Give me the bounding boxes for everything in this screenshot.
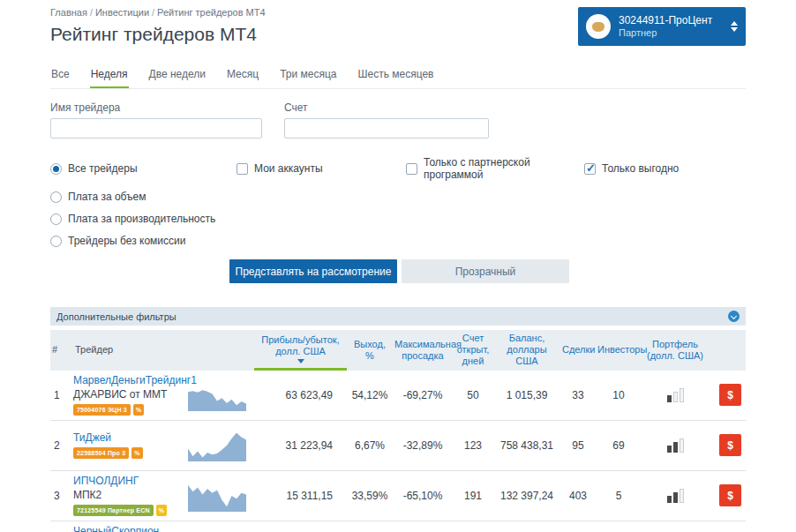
balance-value: 758 438,31 — [493, 439, 560, 452]
profit-sparkline-chart — [188, 478, 254, 513]
days-open-value: 123 — [453, 439, 493, 452]
trader-name-link[interactable]: ТиДжей — [73, 431, 188, 446]
drawdown-value: -32,89% — [393, 439, 453, 452]
checkbox-my-accounts[interactable]: Мои аккаунты — [237, 162, 406, 175]
row-rank: 3 — [50, 490, 73, 502]
account-number-label: Счет — [284, 101, 518, 114]
search-fields: Имя трейдера Счет — [50, 101, 746, 139]
investors-value: 10 — [596, 389, 642, 401]
investors-value: 69 — [596, 439, 642, 452]
radio-icon — [50, 214, 62, 225]
additional-filters-label: Дополнительные фильтры — [56, 311, 176, 322]
col-portfolio[interactable]: Портфель (долл. США) — [642, 336, 709, 364]
breadcrumb-investments[interactable]: Инвестиции — [95, 7, 149, 18]
portfolio-bars-icon — [642, 489, 709, 503]
radio-icon — [50, 163, 62, 175]
account-number-input[interactable] — [284, 118, 489, 139]
balance-value: 1 015,39 — [493, 389, 560, 401]
account-role: Партнер — [619, 27, 731, 40]
trader-subtitle: МПК2 — [73, 489, 188, 503]
row-rank: 2 — [50, 439, 73, 452]
chevron-down-icon[interactable] — [728, 311, 740, 322]
checkbox-partner-program[interactable]: Только с партнерской программой — [406, 156, 584, 181]
trader-name-link[interactable]: ИПЧОЛДИНГ — [73, 475, 188, 489]
account-selector[interactable]: 30244911-ПроЦент Партнер — [578, 7, 746, 46]
col-rank: # — [50, 341, 73, 358]
col-deals[interactable]: Сделки — [560, 341, 596, 358]
tab-all[interactable]: Все — [50, 64, 71, 88]
profit-sparkline-chart — [188, 428, 254, 463]
profit-value: 15 311,15 — [254, 490, 347, 502]
profit-value: 63 623,49 — [254, 389, 347, 401]
col-drawdown[interactable]: Максимальная просадка — [393, 336, 453, 364]
tab-three-months[interactable]: Три месяца — [279, 64, 337, 88]
profit-sparkline-chart — [188, 528, 254, 532]
table-row: 2 ТиДжей 22588504 Про 3 % 31 223,94 6,67… — [50, 421, 746, 471]
table-row: 4 ЧерныйСкорпион Импульсная мощность 721… — [50, 521, 746, 532]
drawdown-value: -69,27% — [393, 389, 453, 401]
col-profit-sorted[interactable]: Прибыль/убыток, долл. США — [254, 330, 347, 371]
col-investors[interactable]: Инвесторы — [596, 341, 642, 358]
col-exit[interactable]: Выход, % — [347, 336, 393, 364]
days-open-value: 50 — [453, 389, 493, 401]
radio-no-commission[interactable]: Трейдеры без комиссии — [50, 235, 746, 247]
radio-icon — [50, 236, 62, 247]
percent-badge: % — [133, 404, 144, 416]
submit-for-review-button[interactable]: Представлять на рассмотрение — [229, 259, 397, 283]
account-badge: 22588504 Про 3 — [73, 447, 129, 459]
account-name: 30244911-ПроЦент — [619, 14, 731, 27]
exit-value: 54,12% — [347, 389, 393, 401]
checkbox-checked-icon — [584, 163, 596, 175]
profit-value: 31 223,94 — [254, 439, 347, 452]
percent-badge: % — [131, 447, 142, 459]
table-body: 1 МарвелДеньгиТрейдинг1 ДЖАРВИС от ММТ 7… — [50, 371, 746, 532]
drawdown-value: -65,10% — [393, 490, 453, 502]
exit-value: 33,59% — [347, 490, 393, 502]
trader-name-link[interactable]: МарвелДеньгиТрейдинг1 — [73, 374, 188, 388]
days-open-value: 191 — [453, 490, 493, 502]
transparent-button[interactable]: Прозрачный — [402, 259, 569, 283]
col-trader: Трейдер — [73, 341, 254, 358]
sort-desc-icon — [297, 359, 304, 363]
col-days-open[interactable]: Счет открыт, дней — [453, 330, 493, 371]
profit-sparkline-chart — [188, 378, 254, 413]
deals-value: 403 — [560, 490, 596, 502]
checkbox-icon — [406, 163, 417, 175]
trader-name-label: Имя трейдера — [50, 101, 284, 114]
checkbox-icon — [237, 163, 248, 175]
deals-value: 95 — [560, 439, 596, 452]
avatar — [586, 14, 611, 39]
table-row: 1 МарвелДеньгиТрейдинг1 ДЖАРВИС от ММТ 7… — [50, 371, 746, 421]
invest-dollar-button[interactable]: $ — [719, 384, 741, 406]
breadcrumb-home[interactable]: Главная — [50, 7, 87, 18]
table-header: # Трейдер Прибыль/убыток, долл. США Выхо… — [50, 330, 746, 371]
tab-week[interactable]: Неделя — [90, 64, 129, 88]
deals-value: 33 — [560, 389, 596, 401]
tab-month[interactable]: Месяц — [226, 64, 259, 88]
col-action — [709, 348, 747, 353]
trader-name-input[interactable] — [50, 118, 262, 139]
portfolio-bars-icon — [642, 388, 709, 402]
account-badge: 72125549 Партнер ECN — [73, 505, 154, 516]
account-dropdown-icon[interactable] — [731, 21, 738, 32]
tab-two-weeks[interactable]: Две недели — [148, 64, 207, 88]
account-badge: 75004076 ЭЦН 3 — [73, 404, 131, 416]
tab-six-months[interactable]: Шесть месяцев — [357, 64, 434, 88]
traders-rating-page: Главная/Инвестиции/Рейтинг трейдеров МТ4… — [0, 0, 796, 532]
checkbox-only-profitable[interactable]: Только выгодно — [584, 162, 679, 175]
trader-name-link[interactable]: ЧерныйСкорпион — [73, 525, 188, 532]
invest-dollar-button[interactable]: $ — [719, 434, 741, 456]
investors-value: 5 — [596, 490, 642, 502]
exit-value: 6,67% — [347, 439, 393, 452]
trader-subtitle: ДЖАРВИС от ММТ — [73, 388, 188, 402]
radio-pay-per-performance[interactable]: Плата за производительность — [50, 213, 746, 225]
invest-dollar-button[interactable]: $ — [719, 484, 741, 506]
percent-badge: % — [156, 505, 167, 516]
radio-pay-per-volume[interactable]: Плата за объем — [50, 191, 746, 203]
table-row: 3 ИПЧОЛДИНГ МПК2 72125549 Партнер ECN % … — [50, 471, 746, 521]
radio-all-traders[interactable]: Все трейдеры — [50, 162, 237, 175]
portfolio-bars-icon — [642, 438, 709, 453]
col-balance[interactable]: Баланс, доллары США — [493, 330, 560, 371]
additional-filters-bar[interactable]: Дополнительные фильтры — [50, 307, 746, 326]
row-rank: 1 — [50, 389, 73, 401]
